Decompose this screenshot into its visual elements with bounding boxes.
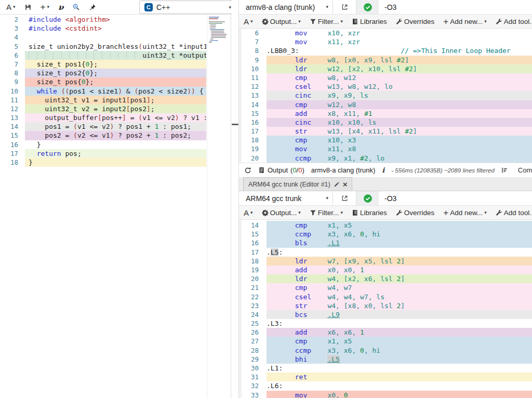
libraries-button[interactable]: Libraries <box>352 209 387 217</box>
close-icon[interactable]: × <box>343 180 348 188</box>
source-code-line[interactable]: 2#include <algorithm> <box>0 15 231 24</box>
open-in-new-editor-button[interactable] <box>333 3 356 11</box>
font-size-button[interactable]: A▾ <box>244 17 253 26</box>
source-code-line[interactable]: 6 uint32_t *output_ <box>0 51 231 60</box>
source-code-line[interactable]: 5size_t union2by2_branchless(uint32_t *i… <box>0 42 231 51</box>
asm-line[interactable]: 13 cinc x9, x9, ls <box>242 91 532 100</box>
source-code-line[interactable]: 9 size_t pos{0}; <box>0 77 231 86</box>
asm-line[interactable]: 32.L6: <box>242 381 532 390</box>
asm-line[interactable]: 20 ccmp x9, x1, #2, lo <box>242 154 532 163</box>
gcc-asm-editor[interactable]: 14 cmp x1, x515 ccmp x3, x6, 0, hi16 bls… <box>239 220 532 398</box>
font-size-button[interactable]: A▾ <box>244 208 253 217</box>
add-tool-button[interactable]: Add tool...▾ <box>496 18 532 25</box>
minimap[interactable] <box>207 15 231 398</box>
source-code-line[interactable]: 3#include <cstdint> <box>0 24 231 33</box>
asm-line[interactable]: 21 cmp w4, w7 <box>242 283 532 292</box>
add-new-button[interactable]: +Add new...▾ <box>443 17 487 26</box>
source-code-line[interactable]: 14 pos1 = (v1 <= v2) ? pos1 + 1 : pos1; <box>0 122 231 131</box>
source-code-line[interactable]: 15 pos2 = (v2 <= v1) ? pos2 + 1 : pos2; <box>0 131 231 140</box>
pin-button[interactable] <box>89 4 96 11</box>
output-counts: (0/0) <box>290 166 304 174</box>
rename-pencil-icon[interactable] <box>334 181 340 188</box>
asm-line[interactable]: 14 cmp x1, x5 <box>242 221 532 230</box>
info-icon[interactable]: i <box>382 166 384 174</box>
asm-line[interactable]: 22 csel w4, w4, w7, ls <box>242 293 532 301</box>
compiler-options-input[interactable]: -O3 <box>379 3 532 11</box>
source-code-line[interactable]: 11 uint32_t v1 = input1[pos1]; <box>0 96 231 104</box>
overrides-button[interactable]: Overrides <box>396 18 435 25</box>
add-pane-button[interactable]: +▾ <box>41 3 49 11</box>
asm-line[interactable]: 19 mov x11, x8 <box>242 144 532 153</box>
source-code-editor[interactable]: 2#include <algorithm>3#include <cstdint>… <box>0 15 231 398</box>
asm-line[interactable]: 31 ret <box>242 373 532 381</box>
code-text: mov x0, 0 <box>267 391 532 398</box>
clang-compiler-select[interactable]: armv8-a clang (trunk) ▾ <box>239 3 332 11</box>
clang-toolbar: A▾Output...▾Filter...▾LibrariesOverrides… <box>239 15 532 29</box>
asm-line[interactable]: 27 cmp x1, x5 <box>242 337 532 346</box>
add-new-button[interactable]: +Add new...▾ <box>443 208 487 217</box>
asm-line[interactable]: 15 add x8, x11, #1 <box>242 109 532 118</box>
language-select[interactable]: C C++ ▾ <box>139 1 236 14</box>
source-code-line[interactable]: 10 while ((pos1 < size1) & (pos2 < size2… <box>0 87 231 96</box>
asm-line[interactable]: 12 csel w13, w8, w12, lo <box>242 82 532 91</box>
source-code-line[interactable]: 16 } <box>0 140 231 149</box>
line-number: 18 <box>242 257 267 266</box>
asm-line[interactable]: 25.L3: <box>242 319 532 328</box>
compiler-license-link[interactable]: Compiler License <box>518 166 532 174</box>
add-tool-button[interactable]: Add tool...▾ <box>496 209 532 217</box>
overrides-button[interactable]: Overrides <box>396 209 435 217</box>
code-text: add x8, x11, #1 <box>267 109 532 118</box>
recompile-button[interactable] <box>244 167 251 174</box>
vim-button[interactable]: ν <box>58 3 63 12</box>
source-code-line[interactable]: 8 size_t pos2{0}; <box>0 69 231 77</box>
source-code-line[interactable]: 17 return pos; <box>0 149 231 158</box>
asm-line[interactable]: 16 cinc x10, x10, ls <box>242 118 532 127</box>
asm-line[interactable]: 14 cmp w12, w8 <box>242 100 532 109</box>
asm-line[interactable]: 28 ccmp x3, x6, 0, hi <box>242 346 532 355</box>
asm-line[interactable]: 20 ldr w4, [x2, x6, lsl 2] <box>242 274 532 283</box>
asm-line[interactable]: 7 mov x11, xzr <box>242 37 532 46</box>
source-code-line[interactable]: 12 uint32_t v2 = input2[pos2]; <box>0 104 231 113</box>
sort-lines-icon[interactable] <box>501 167 508 174</box>
asm-line[interactable]: 30.L1: <box>242 364 532 373</box>
filter-button[interactable]: Filter...▾ <box>310 18 343 25</box>
filter-button[interactable]: Filter...▾ <box>310 209 343 217</box>
asm-line[interactable]: 8.LBB0_3: // =>This Inner Loop Header <box>242 46 532 55</box>
clang-asm-editor[interactable]: 6 mov x10, xzr7 mov x11, xzr8.LBB0_3: //… <box>239 29 532 163</box>
source-code-line[interactable]: 18} <box>0 158 231 167</box>
libraries-button[interactable]: Libraries <box>352 18 387 25</box>
asm-line[interactable]: 19 add x0, x0, 1 <box>242 266 532 274</box>
search-button[interactable] <box>72 3 80 11</box>
compiler-name: armv8-a clang (trunk) <box>246 3 326 11</box>
asm-line[interactable]: 16 bls .L1 <box>242 238 532 247</box>
compiler-options-input[interactable]: -O3 <box>379 194 532 203</box>
asm-line[interactable]: 17.L5: <box>242 248 532 257</box>
source-code-line[interactable]: 7 size_t pos1{0}; <box>0 60 231 69</box>
asm-line[interactable]: 26 add x6, x6, 1 <box>242 328 532 337</box>
splitter-drag-handle[interactable] <box>232 124 238 125</box>
gcc-compiler-select[interactable]: ARM64 gcc trunk ▾ <box>239 194 332 203</box>
asm-line[interactable]: 18 ldr w7, [x9, x5, lsl 2] <box>242 257 532 266</box>
asm-line[interactable]: 15 ccmp x3, x6, 0, hi <box>242 230 532 238</box>
open-in-new-editor-button[interactable] <box>333 194 356 202</box>
gcc-pane-tab[interactable]: ARM64 gcc trunk (Editor #1) × <box>243 177 352 191</box>
asm-line[interactable]: 23 str w4, [x8, x0, lsl 2] <box>242 301 532 310</box>
asm-line[interactable]: 9 ldr w8, [x0, x9, lsl #2] <box>242 56 532 64</box>
font-size-button[interactable]: A▾ <box>6 3 16 11</box>
asm-line[interactable]: 10 ldr w12, [x2, x10, lsl #2] <box>242 64 532 73</box>
output-button[interactable]: Output...▾ <box>262 18 301 25</box>
source-code-line[interactable]: 4 <box>0 33 231 42</box>
source-code-line[interactable]: 13 output_buffer[pos++] = (v1 <= v2) ? v… <box>0 113 231 122</box>
asm-line[interactable]: 18 cmp x10, x3 <box>242 136 532 144</box>
asm-line[interactable]: 17 str w13, [x4, x11, lsl #2] <box>242 127 532 136</box>
asm-line[interactable]: 33 mov x0, 0 <box>242 391 532 398</box>
asm-line[interactable]: 6 mov x10, xzr <box>242 29 532 37</box>
code-text: ccmp x3, x6, 0, hi <box>267 230 532 238</box>
asm-line[interactable]: 11 cmp w8, w12 <box>242 73 532 82</box>
save-button[interactable] <box>24 4 32 11</box>
asm-line[interactable]: 29 bhi .L5 <box>242 355 532 364</box>
output-button[interactable]: Output (0/0) <box>258 166 304 174</box>
code-text: .LBB0_3: // =>This Inner Loop Header <box>267 46 532 55</box>
output-button[interactable]: Output...▾ <box>262 209 301 217</box>
asm-line[interactable]: 24 bcs .L9 <box>242 310 532 319</box>
